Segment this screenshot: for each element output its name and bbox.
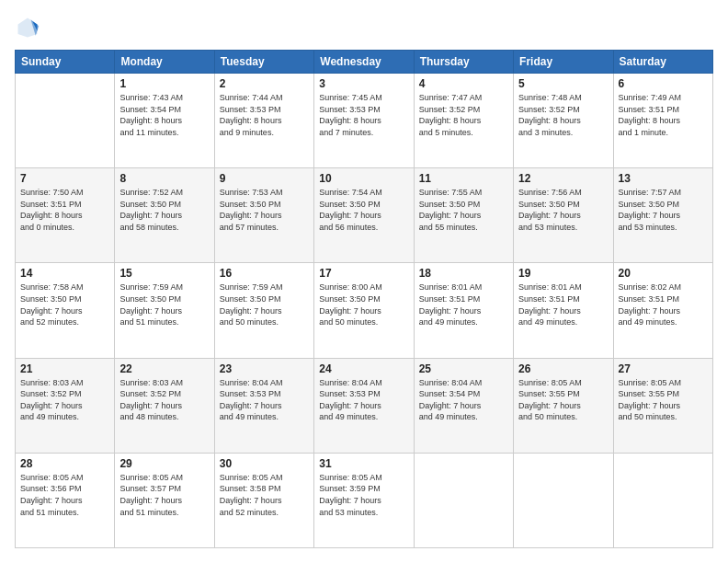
day-info: Sunrise: 8:03 AM Sunset: 3:52 PM Dayligh… [20,377,109,423]
day-info: Sunrise: 7:43 AM Sunset: 3:54 PM Dayligh… [119,92,209,138]
calendar-cell: 27Sunrise: 8:05 AM Sunset: 3:55 PM Dayli… [613,358,712,453]
day-info: Sunrise: 8:01 AM Sunset: 3:51 PM Dayligh… [518,282,608,327]
day-number: 7 [20,172,109,185]
day-number: 18 [419,267,508,280]
day-info: Sunrise: 8:03 AM Sunset: 3:52 PM Dayligh… [119,377,209,423]
day-info: Sunrise: 7:49 AM Sunset: 3:51 PM Dayligh… [619,92,708,138]
day-number: 9 [220,172,309,185]
day-number: 6 [619,77,708,90]
day-info: Sunrise: 8:05 AM Sunset: 3:58 PM Dayligh… [220,472,309,518]
calendar-cell [16,74,115,168]
day-number: 4 [419,77,508,90]
calendar-cell: 28Sunrise: 8:05 AM Sunset: 3:56 PM Dayli… [16,453,115,547]
day-info: Sunrise: 8:05 AM Sunset: 3:56 PM Dayligh… [20,472,109,518]
day-info: Sunrise: 8:04 AM Sunset: 3:53 PM Dayligh… [220,377,309,423]
calendar-cell: 1Sunrise: 7:43 AM Sunset: 3:54 PM Daylig… [115,74,214,168]
calendar-cell: 5Sunrise: 7:48 AM Sunset: 3:52 PM Daylig… [514,74,613,168]
day-info: Sunrise: 7:52 AM Sunset: 3:50 PM Dayligh… [119,187,209,233]
calendar-cell: 7Sunrise: 7:50 AM Sunset: 3:51 PM Daylig… [16,168,115,263]
calendar-cell: 4Sunrise: 7:47 AM Sunset: 3:52 PM Daylig… [414,74,513,168]
day-info: Sunrise: 7:55 AM Sunset: 3:50 PM Dayligh… [419,187,508,233]
day-number: 16 [220,267,309,280]
logo-icon [15,15,40,40]
weekday-header-friday: Friday [514,51,613,74]
day-info: Sunrise: 7:58 AM Sunset: 3:50 PM Dayligh… [20,282,109,327]
day-number: 5 [518,77,608,90]
day-info: Sunrise: 8:05 AM Sunset: 3:55 PM Dayligh… [619,377,708,423]
logo [15,15,44,40]
calendar-cell: 19Sunrise: 8:01 AM Sunset: 3:51 PM Dayli… [514,263,613,358]
calendar-cell: 12Sunrise: 7:56 AM Sunset: 3:50 PM Dayli… [514,168,613,263]
day-info: Sunrise: 8:04 AM Sunset: 3:54 PM Dayligh… [419,377,508,423]
calendar-cell: 30Sunrise: 8:05 AM Sunset: 3:58 PM Dayli… [214,453,313,547]
day-number: 10 [319,172,408,185]
day-number: 20 [619,267,708,280]
calendar-week-4: 21Sunrise: 8:03 AM Sunset: 3:52 PM Dayli… [16,358,713,453]
calendar-cell: 9Sunrise: 7:53 AM Sunset: 3:50 PM Daylig… [214,168,313,263]
calendar-cell: 23Sunrise: 8:04 AM Sunset: 3:53 PM Dayli… [214,358,313,453]
calendar-cell [414,453,513,547]
calendar-cell: 11Sunrise: 7:55 AM Sunset: 3:50 PM Dayli… [414,168,513,263]
calendar-cell: 31Sunrise: 8:05 AM Sunset: 3:59 PM Dayli… [314,453,414,547]
weekday-header-sunday: Sunday [16,51,115,74]
calendar-cell: 20Sunrise: 8:02 AM Sunset: 3:51 PM Dayli… [613,263,712,358]
day-number: 19 [518,267,608,280]
day-number: 25 [419,362,508,375]
day-number: 13 [619,172,708,185]
day-number: 17 [319,267,408,280]
day-number: 27 [619,362,708,375]
calendar-cell: 26Sunrise: 8:05 AM Sunset: 3:55 PM Dayli… [514,358,613,453]
calendar-cell: 17Sunrise: 8:00 AM Sunset: 3:50 PM Dayli… [314,263,414,358]
calendar-week-5: 28Sunrise: 8:05 AM Sunset: 3:56 PM Dayli… [16,453,713,547]
calendar-cell: 24Sunrise: 8:04 AM Sunset: 3:53 PM Dayli… [314,358,414,453]
calendar-cell: 3Sunrise: 7:45 AM Sunset: 3:53 PM Daylig… [314,74,414,168]
day-info: Sunrise: 7:56 AM Sunset: 3:50 PM Dayligh… [518,187,608,233]
calendar-cell: 2Sunrise: 7:44 AM Sunset: 3:53 PM Daylig… [214,74,313,168]
day-info: Sunrise: 7:59 AM Sunset: 3:50 PM Dayligh… [119,282,209,327]
calendar-cell: 15Sunrise: 7:59 AM Sunset: 3:50 PM Dayli… [115,263,214,358]
weekday-header-wednesday: Wednesday [314,51,414,74]
day-number: 15 [119,267,209,280]
day-info: Sunrise: 8:04 AM Sunset: 3:53 PM Dayligh… [319,377,408,423]
day-number: 23 [220,362,309,375]
weekday-header-thursday: Thursday [414,51,513,74]
day-info: Sunrise: 7:48 AM Sunset: 3:52 PM Dayligh… [518,92,608,138]
day-number: 24 [319,362,408,375]
day-info: Sunrise: 8:01 AM Sunset: 3:51 PM Dayligh… [419,282,508,327]
day-info: Sunrise: 8:05 AM Sunset: 3:57 PM Dayligh… [119,472,209,518]
calendar-cell: 14Sunrise: 7:58 AM Sunset: 3:50 PM Dayli… [16,263,115,358]
calendar-week-1: 1Sunrise: 7:43 AM Sunset: 3:54 PM Daylig… [16,74,713,168]
day-number: 2 [220,77,309,90]
day-info: Sunrise: 8:05 AM Sunset: 3:55 PM Dayligh… [518,377,608,423]
day-info: Sunrise: 7:59 AM Sunset: 3:50 PM Dayligh… [220,282,309,327]
day-number: 26 [518,362,608,375]
weekday-header-row: SundayMondayTuesdayWednesdayThursdayFrid… [16,51,713,74]
day-number: 29 [119,457,209,470]
calendar-cell: 8Sunrise: 7:52 AM Sunset: 3:50 PM Daylig… [115,168,214,263]
calendar-cell: 16Sunrise: 7:59 AM Sunset: 3:50 PM Dayli… [214,263,313,358]
day-number: 21 [20,362,109,375]
day-info: Sunrise: 7:53 AM Sunset: 3:50 PM Dayligh… [220,187,309,233]
day-number: 12 [518,172,608,185]
day-number: 30 [220,457,309,470]
day-info: Sunrise: 8:05 AM Sunset: 3:59 PM Dayligh… [319,472,408,518]
day-info: Sunrise: 7:54 AM Sunset: 3:50 PM Dayligh… [319,187,408,233]
day-number: 1 [119,77,209,90]
day-info: Sunrise: 8:00 AM Sunset: 3:50 PM Dayligh… [319,282,408,327]
day-info: Sunrise: 8:02 AM Sunset: 3:51 PM Dayligh… [619,282,708,327]
day-number: 28 [20,457,109,470]
day-info: Sunrise: 7:47 AM Sunset: 3:52 PM Dayligh… [419,92,508,138]
calendar-cell [514,453,613,547]
weekday-header-saturday: Saturday [613,51,712,74]
day-number: 31 [319,457,408,470]
day-number: 14 [20,267,109,280]
day-info: Sunrise: 7:45 AM Sunset: 3:53 PM Dayligh… [319,92,408,138]
day-info: Sunrise: 7:44 AM Sunset: 3:53 PM Dayligh… [220,92,309,138]
header [15,15,713,40]
calendar-week-2: 7Sunrise: 7:50 AM Sunset: 3:51 PM Daylig… [16,168,713,263]
day-number: 11 [419,172,508,185]
weekday-header-monday: Monday [115,51,214,74]
day-number: 3 [319,77,408,90]
day-info: Sunrise: 7:50 AM Sunset: 3:51 PM Dayligh… [20,187,109,233]
day-info: Sunrise: 7:57 AM Sunset: 3:50 PM Dayligh… [619,187,708,233]
